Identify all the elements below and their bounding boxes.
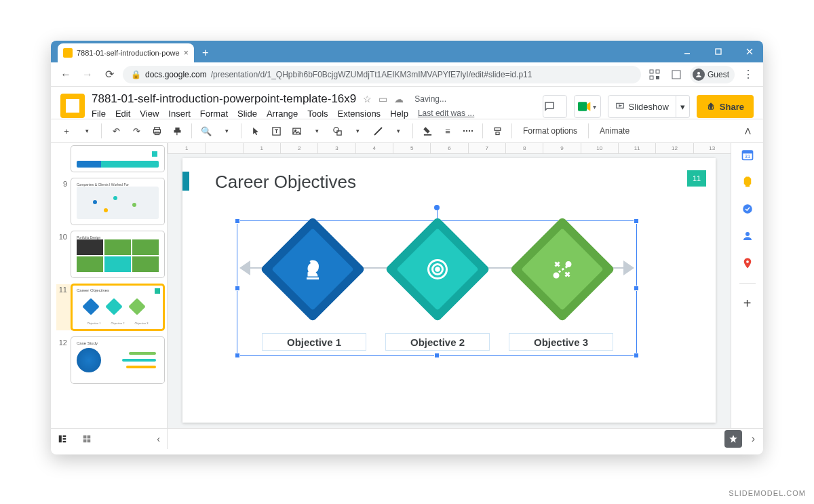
line-tool[interactable] xyxy=(369,122,387,140)
new-tab-button[interactable]: + xyxy=(198,45,213,60)
objective-1-label[interactable]: Objective 1 xyxy=(262,333,366,351)
svg-text:31: 31 xyxy=(744,153,750,159)
explore-button[interactable] xyxy=(724,430,742,448)
image-tool[interactable] xyxy=(288,122,305,140)
collapse-toolbar-button[interactable]: ᐱ xyxy=(739,122,756,140)
slide-title[interactable]: Career Objectives xyxy=(215,172,356,193)
shape-dropdown[interactable]: ▾ xyxy=(349,122,366,140)
menu-format[interactable]: Format xyxy=(200,109,228,119)
svg-point-31 xyxy=(436,268,440,271)
resize-handle-br[interactable] xyxy=(634,353,639,358)
animate-button[interactable]: Animate xyxy=(594,126,635,136)
slide-thumb-8[interactable] xyxy=(56,146,164,172)
menu-file[interactable]: File xyxy=(92,109,106,119)
contacts-icon[interactable] xyxy=(740,229,755,244)
slides-logo-icon[interactable] xyxy=(60,94,85,118)
move-icon[interactable]: ▭ xyxy=(379,94,387,104)
profile-button[interactable]: Guest xyxy=(690,66,735,83)
comments-button[interactable] xyxy=(543,95,567,118)
shape-tool[interactable] xyxy=(328,122,346,140)
back-button[interactable]: ← xyxy=(58,66,74,83)
paint-format-button[interactable] xyxy=(168,122,186,140)
slideshow-button[interactable]: Slideshow xyxy=(608,95,676,118)
redo-button[interactable]: ↷ xyxy=(128,122,145,140)
rotation-handle[interactable] xyxy=(434,205,440,210)
forward-button[interactable]: → xyxy=(79,66,96,83)
doc-title[interactable]: 7881-01-self-introduction-powerpoint-tem… xyxy=(92,92,356,106)
resize-handle-mr[interactable] xyxy=(634,286,639,291)
image-dropdown[interactable]: ▾ xyxy=(308,122,326,140)
collapse-filmstrip-button[interactable]: ‹ xyxy=(157,433,160,444)
align-button[interactable] xyxy=(488,122,506,140)
print-button[interactable] xyxy=(148,122,166,140)
fill-color-button[interactable] xyxy=(419,122,436,140)
slideshow-dropdown[interactable]: ▾ xyxy=(676,95,690,118)
menu-extensions[interactable]: Extensions xyxy=(338,109,381,119)
qr-icon[interactable] xyxy=(646,66,663,83)
arrow-right-icon xyxy=(623,260,634,275)
addons-button[interactable]: + xyxy=(740,296,755,311)
meet-button[interactable]: ▾ xyxy=(574,95,601,118)
zoom-button[interactable]: 🔍 xyxy=(197,122,215,140)
resize-handle-bm[interactable] xyxy=(434,353,440,358)
close-window-button[interactable] xyxy=(740,42,759,61)
line-dropdown[interactable]: ▾ xyxy=(389,122,407,140)
share-button[interactable]: Share xyxy=(697,95,754,118)
last-edit-link[interactable]: Last edit was ... xyxy=(418,109,474,119)
diamond-2[interactable] xyxy=(400,232,475,307)
grid-view-button[interactable] xyxy=(82,434,92,444)
calendar-icon[interactable]: 31 xyxy=(740,147,755,162)
resize-handle-bl[interactable] xyxy=(235,353,240,358)
menu-help[interactable]: Help xyxy=(390,109,408,119)
new-slide-button[interactable]: + xyxy=(58,122,75,140)
browser-tab[interactable]: 7881-01-self-introduction-powe × xyxy=(58,43,194,62)
slide-thumb-10[interactable]: 10Portfolio Design xyxy=(56,231,164,277)
select-tool[interactable] xyxy=(247,122,265,140)
maximize-button[interactable] xyxy=(709,42,728,61)
slide-thumb-12[interactable]: 12Case Study xyxy=(56,337,164,383)
filmstrip-view-button[interactable] xyxy=(58,434,67,444)
target-icon xyxy=(425,257,450,282)
close-tab-icon[interactable]: × xyxy=(184,48,189,58)
new-slide-dropdown[interactable]: ▾ xyxy=(78,122,96,140)
canvas-area[interactable]: 112345678910111213 Career Objectives 11 xyxy=(168,143,731,428)
filmstrip-panel: 9Companies & Clients I Worked For 10Port… xyxy=(51,143,168,428)
textbox-tool[interactable] xyxy=(267,122,285,140)
slide-canvas[interactable]: Career Objectives 11 xyxy=(182,158,716,423)
resize-handle-ml[interactable] xyxy=(235,286,240,291)
filmstrip[interactable]: 9Companies & Clients I Worked For 10Port… xyxy=(51,143,167,428)
url-host: docs.google.com xyxy=(145,70,207,79)
format-options-button[interactable]: Format options xyxy=(518,126,583,136)
resize-handle-tl[interactable] xyxy=(235,218,240,224)
menu-edit[interactable]: Edit xyxy=(115,109,130,119)
undo-button[interactable]: ↶ xyxy=(107,122,125,140)
diamond-1[interactable] xyxy=(275,232,350,307)
tasks-icon[interactable] xyxy=(740,201,755,216)
slide-thumb-11[interactable]: 11Career ObjectivesObjective 1Objective … xyxy=(56,284,164,330)
selected-group[interactable]: Objective 1 Objective 2 Objective 3 xyxy=(237,220,637,356)
resize-handle-tr[interactable] xyxy=(634,218,639,224)
border-menu-icon[interactable]: ≡ xyxy=(439,122,457,140)
expand-sidepanel-button[interactable]: › xyxy=(752,433,755,445)
saving-status: Saving... xyxy=(414,94,446,104)
zoom-dropdown[interactable]: ▾ xyxy=(218,122,235,140)
menu-slide[interactable]: Slide xyxy=(237,109,257,119)
objective-3-label[interactable]: Objective 3 xyxy=(509,333,613,351)
keep-icon[interactable] xyxy=(740,174,755,189)
border-dash-icon[interactable] xyxy=(459,122,477,140)
objective-2-label[interactable]: Objective 2 xyxy=(385,333,490,351)
menu-tools[interactable]: Tools xyxy=(307,109,328,119)
minimize-button[interactable] xyxy=(678,42,697,61)
reload-button[interactable]: ⟳ xyxy=(101,66,117,83)
maps-icon[interactable] xyxy=(740,256,755,271)
browser-menu-button[interactable]: ⋮ xyxy=(740,66,756,83)
diamond-3[interactable] xyxy=(525,232,600,307)
slide-thumb-9[interactable]: 9Companies & Clients I Worked For xyxy=(56,178,164,225)
star-icon[interactable]: ☆ xyxy=(363,94,372,104)
url-input[interactable]: 🔒 docs.google.com/presentation/d/1_QHpbi… xyxy=(123,66,641,83)
menu-insert[interactable]: Insert xyxy=(168,109,191,119)
menu-view[interactable]: View xyxy=(140,109,159,119)
svg-point-9 xyxy=(697,72,700,75)
menu-arrange[interactable]: Arrange xyxy=(267,109,298,119)
translate-icon[interactable] xyxy=(668,66,684,83)
